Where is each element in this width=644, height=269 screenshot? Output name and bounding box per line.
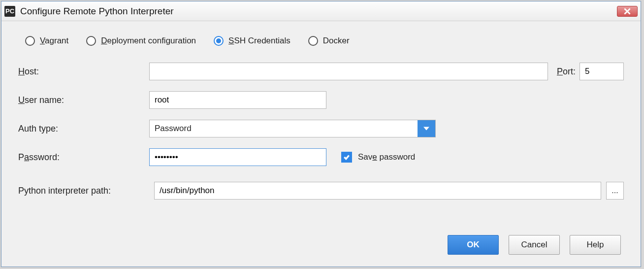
interpreter-path-label: Python interpreter path: (18, 186, 149, 196)
browse-path-button[interactable]: ... (606, 182, 624, 200)
username-input[interactable] (149, 91, 326, 109)
dialog-buttons: OK Cancel Help (18, 228, 624, 262)
help-button[interactable]: Help (570, 235, 621, 255)
save-password-checkbox[interactable] (341, 152, 352, 163)
host-input[interactable] (149, 63, 548, 80)
form: Host: Port: User name: Auth type: Passwo… (18, 63, 624, 200)
chevron-down-icon (423, 126, 429, 132)
dropdown-arrow (418, 120, 435, 137)
radio-deployment[interactable]: Deployment configuration (86, 36, 196, 46)
radio-docker-label: Docker (323, 36, 350, 46)
radio-deployment-label: Deployment configuration (101, 36, 196, 46)
row-host: Host: Port: (18, 63, 624, 80)
radio-icon (308, 36, 318, 46)
ok-button[interactable]: OK (448, 235, 499, 255)
password-label: Password: (18, 152, 149, 163)
auth-type-select[interactable]: Password (149, 120, 436, 137)
port-input[interactable] (580, 63, 624, 80)
port-label: Port: (557, 67, 576, 77)
password-input[interactable] (149, 148, 326, 166)
dialog-window: PC Configure Remote Python Interpreter V… (1, 1, 641, 267)
pycharm-icon: PC (4, 6, 15, 17)
auth-type-label: Auth type: (18, 124, 149, 134)
interpreter-path-input[interactable] (154, 182, 601, 200)
titlebar: PC Configure Remote Python Interpreter (1, 1, 641, 21)
close-icon (624, 8, 631, 15)
radio-ssh-label: SSH Credentials (228, 36, 290, 46)
row-username: User name: (18, 91, 624, 109)
radio-icon (86, 36, 96, 46)
close-button[interactable] (617, 6, 638, 17)
host-label: Host: (18, 67, 149, 77)
dialog-content: Vagrant Deployment configuration SSH Cre… (1, 21, 641, 267)
radio-vagrant[interactable]: Vagrant (25, 36, 68, 46)
radio-vagrant-label: Vagrant (40, 36, 68, 46)
window-title: Configure Remote Python Interpreter (20, 6, 617, 17)
radio-ssh[interactable]: SSH Credentials (214, 36, 290, 46)
check-icon (343, 154, 350, 161)
auth-type-value: Password (150, 124, 418, 134)
save-password-label: Save password (358, 152, 415, 162)
cancel-button[interactable]: Cancel (509, 235, 560, 255)
row-interpreter-path: Python interpreter path: ... (18, 182, 624, 200)
row-auth-type: Auth type: Password (18, 120, 624, 137)
row-password: Password: Save password (18, 148, 624, 166)
username-label: User name: (18, 95, 149, 105)
connection-type-radios: Vagrant Deployment configuration SSH Cre… (25, 36, 624, 46)
radio-icon (25, 36, 35, 46)
radio-icon (214, 36, 224, 46)
radio-docker[interactable]: Docker (308, 36, 350, 46)
